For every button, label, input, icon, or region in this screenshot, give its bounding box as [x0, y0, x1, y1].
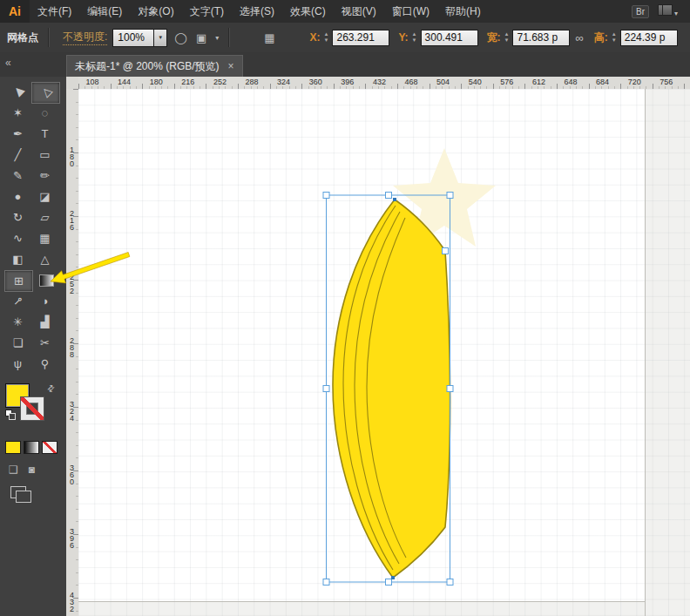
perspective-grid-tool[interactable]: △ — [31, 249, 58, 269]
x-input[interactable]: 263.291 — [332, 30, 389, 46]
chevron-down-icon: ▾ — [674, 10, 678, 17]
close-icon[interactable]: × — [228, 60, 234, 72]
workspace-switcher[interactable]: ▾ — [658, 4, 678, 18]
direct-selection-tool[interactable]: ▷ — [31, 82, 60, 104]
gradient-button[interactable] — [24, 441, 39, 454]
zoom-tool-icon: ⚲ — [41, 357, 50, 370]
control-bar: 网格点 不透明度: 100% ▾ ◯ ▣ ▾ ▦ X:▲▼263.291Y:▲▼… — [0, 23, 690, 53]
appearance-icon[interactable]: ▣ — [194, 31, 208, 44]
document-tab[interactable]: 未标题-1* @ 200% (RGB/预览) × — [66, 55, 243, 77]
free-transform-tool[interactable]: ▦ — [31, 228, 58, 248]
symbol-sprayer-tool[interactable]: ✳ — [4, 312, 31, 332]
menu-select[interactable]: 选择(S) — [232, 5, 282, 17]
blob-brush-tool[interactable]: ● — [4, 186, 31, 206]
scale-tool[interactable]: ▱ — [31, 207, 58, 227]
width-stepper[interactable]: ▲▼ — [504, 31, 510, 44]
rectangle-tool[interactable]: ▭ — [31, 145, 58, 165]
opacity-dropdown[interactable]: 100% ▾ — [112, 29, 167, 47]
separator — [48, 28, 50, 47]
artboard-tool[interactable]: ❏ — [4, 333, 31, 353]
pencil-tool[interactable]: ✏ — [31, 166, 58, 186]
reference-point-grid-icon[interactable]: ▦ — [262, 31, 276, 44]
screen-mode-icon[interactable] — [10, 486, 26, 498]
height-stepper[interactable]: ▲▼ — [612, 31, 617, 44]
ruler-corner[interactable] — [66, 77, 79, 90]
v-ruler-label: 324 — [66, 401, 78, 422]
column-graph-tool[interactable]: ▟ — [31, 312, 58, 332]
hand-tool[interactable]: ψ — [4, 354, 31, 374]
separator — [228, 28, 230, 47]
tool-rows: ▶▷✶◌✒T╱▭✎✏●◪↻▱∿▦◧△⊞⊸◑✳▟❏✂ψ⚲ — [4, 82, 60, 375]
y-stepper[interactable]: ▲▼ — [412, 31, 417, 44]
chevron-down-icon[interactable]: ▾ — [153, 30, 166, 46]
illustrator-window: Ai 文件(F)编辑(E)对象(O)文字(T)选择(S)效果(C)视图(V)窗口… — [0, 0, 690, 616]
stroke-swatch[interactable] — [20, 396, 44, 421]
slice-tool[interactable]: ✂ — [31, 333, 58, 353]
height-input[interactable]: 224.39 p — [620, 30, 678, 46]
h-ruler-label: 504 — [436, 78, 450, 86]
fill-stroke-swatches: ⇄ — [5, 383, 61, 425]
x-stepper[interactable]: ▲▼ — [324, 31, 329, 44]
direct-selection-tool-icon: ▷ — [38, 85, 54, 101]
shape-builder-tool-icon: ◧ — [12, 253, 23, 266]
horizontal-ruler[interactable]: 1081441802162522883243603964324685045405… — [78, 77, 690, 90]
h-ruler-label: 216 — [181, 78, 194, 86]
magic-wand-tool[interactable]: ✶ — [4, 103, 31, 123]
symbol-sprayer-tool-icon: ✳ — [13, 315, 23, 328]
scale-tool-icon: ▱ — [41, 211, 50, 224]
gradient-tool-icon — [39, 274, 54, 287]
swap-fill-stroke-icon[interactable]: ⇄ — [44, 382, 57, 395]
eyedropper-tool-icon: ⊸ — [10, 293, 25, 308]
menu-view[interactable]: 视图(V) — [334, 5, 384, 17]
blend-tool[interactable]: ◑ — [31, 291, 58, 311]
context-label: 网格点 — [7, 30, 38, 45]
zoom-tool[interactable]: ⚲ — [31, 354, 58, 374]
constrain-proportions-icon[interactable]: ∞ — [573, 31, 585, 44]
banana-shape[interactable] — [333, 200, 450, 578]
menu-items: 文件(F)编辑(E)对象(O)文字(T)选择(S)效果(C)视图(V)窗口(W)… — [30, 0, 489, 23]
menu-object[interactable]: 对象(O) — [130, 5, 181, 17]
none-button[interactable] — [42, 441, 58, 454]
menu-window[interactable]: 窗口(W) — [384, 5, 437, 17]
paintbrush-tool[interactable]: ✎ — [4, 166, 31, 186]
height-label: 高: — [594, 30, 608, 45]
shape-builder-tool[interactable]: ◧ — [4, 249, 31, 269]
pen-tool[interactable]: ✒ — [4, 124, 31, 144]
menu-type[interactable]: 文字(T) — [182, 5, 232, 17]
color-button[interactable] — [5, 441, 21, 454]
eyedropper-tool[interactable]: ⊸ — [4, 291, 31, 311]
mesh-tool[interactable]: ⊞ — [4, 270, 33, 292]
canvas[interactable] — [78, 89, 690, 616]
draw-inside-icon[interactable]: ◙ — [29, 464, 35, 476]
width-input[interactable]: 71.683 p — [512, 30, 570, 46]
menu-effect[interactable]: 效果(C) — [282, 5, 334, 17]
bridge-button[interactable]: Br — [632, 5, 649, 18]
blob-brush-tool-icon: ● — [15, 190, 22, 203]
chevron-down-icon[interactable]: ▾ — [215, 34, 219, 42]
default-fill-stroke-icon[interactable] — [5, 410, 16, 420]
recolor-artwork-icon[interactable]: ◯ — [172, 31, 189, 44]
gradient-tool[interactable] — [33, 270, 60, 290]
rotate-tool[interactable]: ↻ — [4, 207, 31, 227]
v-ruler-label: 432 — [66, 592, 78, 613]
collapse-panel-icon[interactable]: « — [5, 57, 11, 69]
eraser-tool[interactable]: ◪ — [31, 186, 58, 206]
slice-tool-icon: ✂ — [40, 336, 50, 349]
menu-help[interactable]: 帮助(H) — [437, 5, 489, 17]
y-input[interactable]: 300.491 — [421, 30, 478, 46]
width-tool[interactable]: ∿ — [4, 228, 31, 248]
app-logo: Ai — [0, 0, 30, 23]
draw-normal-icon[interactable]: ❑ — [9, 464, 18, 476]
lasso-tool-icon: ◌ — [42, 106, 49, 119]
h-ruler-label: 108 — [85, 78, 98, 86]
free-transform-tool-icon: ▦ — [39, 232, 50, 245]
lasso-tool[interactable]: ◌ — [31, 103, 58, 123]
menu-edit[interactable]: 编辑(E) — [79, 5, 130, 17]
opacity-label[interactable]: 不透明度: — [63, 30, 107, 45]
menu-file[interactable]: 文件(F) — [30, 5, 79, 17]
selection-tool[interactable]: ▶ — [4, 82, 31, 102]
mesh-tool-icon: ⊞ — [14, 274, 24, 288]
vertical-ruler[interactable]: 180216252288324360396432 — [66, 89, 79, 616]
line-segment-tool[interactable]: ╱ — [4, 145, 31, 165]
type-tool[interactable]: T — [31, 124, 58, 144]
